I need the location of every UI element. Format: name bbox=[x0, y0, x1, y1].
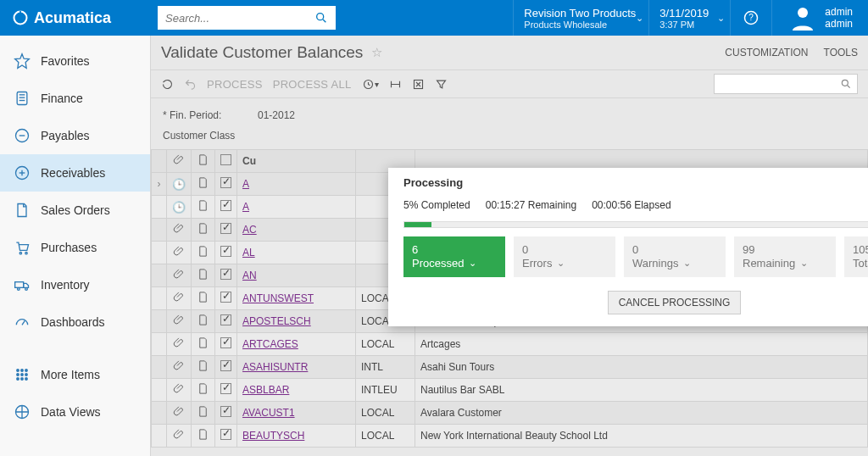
row-code[interactable]: AVACUST1 bbox=[237, 402, 356, 425]
row-expand[interactable] bbox=[152, 196, 167, 219]
row-code[interactable]: A bbox=[237, 196, 356, 219]
row-select[interactable] bbox=[215, 310, 237, 333]
process-button[interactable]: PROCESS bbox=[207, 78, 263, 91]
row-attachment[interactable]: 🕒 bbox=[167, 196, 192, 219]
row-code[interactable]: AN bbox=[237, 264, 356, 287]
select-header[interactable] bbox=[215, 150, 237, 173]
row-expand[interactable] bbox=[152, 264, 167, 287]
row-notes[interactable] bbox=[192, 333, 215, 356]
cancel-processing-button[interactable]: CANCEL PROCESSING bbox=[608, 291, 742, 314]
table-row[interactable]: BEAUTYSCHLOCALNew York International Bea… bbox=[152, 425, 868, 448]
row-expand[interactable] bbox=[152, 402, 167, 425]
row-attachment[interactable] bbox=[167, 356, 192, 379]
sidebar-item-sales-orders[interactable]: Sales Orders bbox=[0, 192, 150, 229]
row-notes[interactable] bbox=[192, 425, 215, 448]
schedule-button[interactable]: ▾ bbox=[362, 78, 379, 91]
row-notes[interactable] bbox=[192, 356, 215, 379]
table-row[interactable]: AVACUST1LOCALAvalara Customer bbox=[152, 402, 868, 425]
row-notes[interactable] bbox=[192, 310, 215, 333]
process-all-button[interactable]: PROCESS ALL bbox=[273, 78, 352, 91]
sidebar-item-inventory[interactable]: Inventory bbox=[0, 266, 150, 303]
global-search[interactable] bbox=[158, 6, 336, 30]
favorite-star-icon[interactable]: ☆ bbox=[371, 45, 382, 60]
brand[interactable]: Acumatica bbox=[0, 9, 151, 27]
row-notes[interactable] bbox=[192, 173, 215, 196]
remaining-card[interactable]: 99 Remaining⌄ bbox=[734, 236, 836, 277]
row-select[interactable] bbox=[215, 425, 237, 448]
row-attachment[interactable] bbox=[167, 379, 192, 402]
row-code[interactable]: ARTCAGES bbox=[237, 333, 356, 356]
row-select[interactable] bbox=[215, 379, 237, 402]
sidebar-item-finance[interactable]: Finance bbox=[0, 80, 150, 117]
row-code[interactable]: APOSTELSCH bbox=[237, 310, 356, 333]
row-expand[interactable] bbox=[152, 242, 167, 264]
sidebar-item-purchases[interactable]: Purchases bbox=[0, 229, 150, 266]
sidebar-item-dashboards[interactable]: Dashboards bbox=[0, 303, 150, 341]
row-select[interactable] bbox=[215, 333, 237, 356]
row-code[interactable]: AC bbox=[237, 219, 356, 242]
row-select[interactable] bbox=[215, 242, 237, 264]
row-notes[interactable] bbox=[192, 219, 215, 242]
user-menu[interactable]: admin admin bbox=[771, 0, 868, 36]
row-select[interactable] bbox=[215, 356, 237, 379]
refresh-button[interactable] bbox=[161, 78, 174, 91]
row-attachment[interactable] bbox=[167, 242, 192, 264]
customer-header[interactable]: Cu bbox=[237, 150, 356, 173]
row-notes[interactable] bbox=[192, 196, 215, 219]
row-select[interactable] bbox=[215, 173, 237, 196]
sidebar-item-receivables[interactable]: Receivables bbox=[0, 154, 150, 192]
row-attachment[interactable] bbox=[167, 310, 192, 333]
row-expand[interactable] bbox=[152, 356, 167, 379]
row-notes[interactable] bbox=[192, 379, 215, 402]
row-select[interactable] bbox=[215, 219, 237, 242]
company-switcher[interactable]: Revision Two Products Products Wholesale… bbox=[513, 0, 648, 36]
sidebar-item-payables[interactable]: Payables bbox=[0, 117, 150, 154]
warnings-card[interactable]: 0 Warnings⌄ bbox=[624, 236, 726, 277]
table-row[interactable]: ARTCAGESLOCALArtcages bbox=[152, 333, 868, 356]
row-code[interactable]: BEAUTYSCH bbox=[237, 425, 356, 448]
row-notes[interactable] bbox=[192, 402, 215, 425]
row-attachment[interactable] bbox=[167, 333, 192, 356]
row-expand[interactable] bbox=[152, 287, 167, 310]
business-date[interactable]: 3/11/2019 3:37 PM ⌄ bbox=[648, 0, 730, 36]
row-expand[interactable] bbox=[152, 333, 167, 356]
row-expand[interactable] bbox=[152, 310, 167, 333]
fit-button[interactable] bbox=[389, 78, 402, 91]
processed-card[interactable]: 6 Processed⌄ bbox=[403, 236, 505, 277]
total-card[interactable]: 105 Total⌄ bbox=[844, 236, 868, 277]
row-select[interactable] bbox=[215, 196, 237, 219]
sidebar-item-favorites[interactable]: Favorites bbox=[0, 42, 150, 80]
row-expand[interactable] bbox=[152, 219, 167, 242]
table-row[interactable]: ASAHISUNTRINTLAsahi Sun Tours bbox=[152, 356, 868, 379]
row-expand[interactable]: › bbox=[152, 173, 167, 196]
filter-button[interactable] bbox=[435, 78, 448, 91]
export-button[interactable] bbox=[412, 78, 425, 91]
row-code[interactable]: ANTUNSWEST bbox=[237, 287, 356, 310]
sidebar-item-data-views[interactable]: Data Views bbox=[0, 393, 150, 431]
row-select[interactable] bbox=[215, 402, 237, 425]
row-attachment[interactable] bbox=[167, 264, 192, 287]
row-expand[interactable] bbox=[152, 425, 167, 448]
row-select[interactable] bbox=[215, 287, 237, 310]
fin-period-value[interactable]: 01-2012 bbox=[258, 109, 295, 121]
row-expand[interactable] bbox=[152, 379, 167, 402]
row-code[interactable]: AL bbox=[237, 242, 356, 264]
row-attachment[interactable]: 🕒 bbox=[167, 173, 192, 196]
customization-link[interactable]: CUSTOMIZATION bbox=[725, 47, 808, 58]
search-input[interactable] bbox=[165, 12, 314, 25]
table-row[interactable]: ASBLBARINTLEUNautilus Bar SABL bbox=[152, 379, 868, 402]
sidebar-item-more[interactable]: More Items bbox=[0, 356, 150, 393]
undo-button[interactable] bbox=[184, 78, 197, 91]
row-notes[interactable] bbox=[192, 264, 215, 287]
tools-link[interactable]: TOOLS bbox=[824, 47, 858, 58]
row-code[interactable]: A bbox=[237, 173, 356, 196]
row-attachment[interactable] bbox=[167, 219, 192, 242]
errors-card[interactable]: 0 Errors⌄ bbox=[514, 236, 615, 277]
row-attachment[interactable] bbox=[167, 402, 192, 425]
grid-search[interactable] bbox=[714, 74, 858, 94]
row-attachment[interactable] bbox=[167, 425, 192, 448]
help-button[interactable]: ? bbox=[730, 0, 771, 36]
row-notes[interactable] bbox=[192, 242, 215, 264]
row-code[interactable]: ASBLBAR bbox=[237, 379, 356, 402]
row-select[interactable] bbox=[215, 264, 237, 287]
